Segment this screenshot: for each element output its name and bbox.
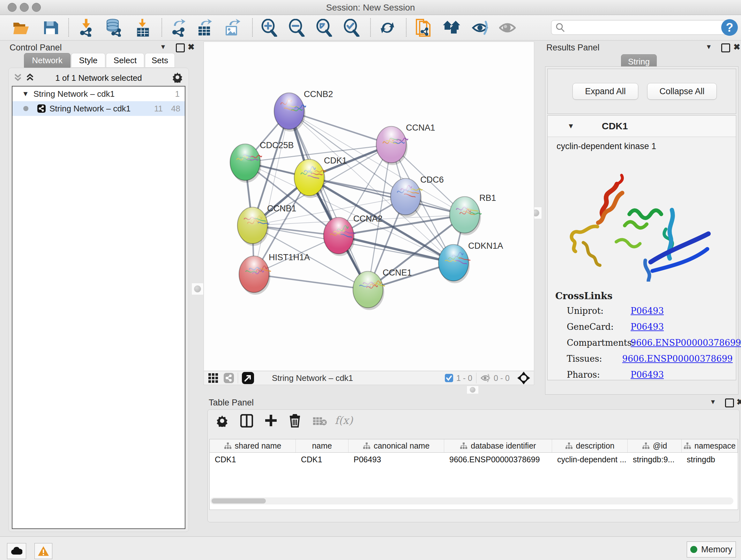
- table-panel-close-icon[interactable]: ✖: [737, 397, 741, 407]
- export-table-icon[interactable]: [196, 19, 214, 37]
- bottom-splitter-handle[interactable]: [467, 386, 479, 394]
- column-header[interactable]: shared name: [210, 439, 296, 453]
- column-header[interactable]: description: [552, 439, 628, 453]
- column-header[interactable]: database identifier: [444, 439, 552, 453]
- node-label-ccna1: CCNA1: [406, 123, 435, 132]
- tab-network[interactable]: Network: [24, 53, 71, 68]
- zoom-in-icon[interactable]: [260, 19, 278, 37]
- table-panel-menu-icon[interactable]: ▾: [711, 397, 715, 406]
- import-network-file-icon[interactable]: [77, 19, 95, 37]
- column-header[interactable]: namespace: [682, 439, 738, 453]
- search-input[interactable]: [551, 20, 732, 35]
- help-button[interactable]: ?: [721, 19, 738, 36]
- delete-table-icon[interactable]: [313, 417, 327, 426]
- import-table-icon[interactable]: [133, 19, 151, 37]
- gene-section-header[interactable]: ▼ CDK1: [548, 116, 736, 137]
- crosslink-link[interactable]: P06493: [630, 306, 664, 316]
- delete-column-trash-icon[interactable]: [289, 414, 301, 428]
- network-collection-row[interactable]: ▼ String Network – cdk1 1: [12, 86, 185, 101]
- table-panel-title: Table Panel: [209, 398, 254, 408]
- collapse-all-button[interactable]: Collapse All: [647, 83, 717, 100]
- table-panel-float-icon[interactable]: [725, 398, 734, 408]
- table-header-row: shared name name canonical name database…: [210, 439, 738, 453]
- network-view-canvas[interactable]: CCNB2CCNA1CDC25BCDK1CDC6RB1CCNB1CCNA2CDK…: [204, 42, 534, 371]
- column-header[interactable]: canonical name: [348, 439, 444, 453]
- memory-button[interactable]: Memory: [687, 542, 736, 557]
- results-button-row: Expand All Collapse All: [547, 69, 736, 114]
- export-network-icon[interactable]: [170, 19, 188, 37]
- network-node-ccna2[interactable]: [324, 217, 355, 256]
- import-network-database-icon[interactable]: [105, 19, 123, 37]
- control-panel-menu-icon[interactable]: ▾: [161, 42, 165, 51]
- table-horizontal-scrollbar[interactable]: [210, 497, 733, 504]
- apply-layout-icon[interactable]: [379, 19, 396, 37]
- network-node-cdkn1a[interactable]: [439, 245, 470, 283]
- network-node-ccnb1[interactable]: [238, 207, 269, 246]
- memory-label: Memory: [701, 545, 732, 555]
- left-splitter-handle[interactable]: [192, 283, 204, 295]
- tree-expand-icon[interactable]: ▼: [22, 90, 29, 98]
- open-session-icon[interactable]: [12, 19, 30, 37]
- crosslink-label: Compartments:: [567, 338, 630, 348]
- function-builder-icon[interactable]: f(x): [335, 414, 353, 427]
- network-node-cdk1[interactable]: [294, 159, 326, 198]
- expand-all-button[interactable]: Expand All: [572, 83, 638, 100]
- zoom-out-icon[interactable]: [288, 19, 306, 37]
- export-image-icon[interactable]: [223, 19, 241, 37]
- crosslink-link[interactable]: P06493: [630, 322, 664, 332]
- save-session-icon[interactable]: [42, 19, 59, 37]
- network-node-rb1[interactable]: [450, 197, 481, 235]
- edge-count: 48: [171, 104, 180, 114]
- crosslink-link[interactable]: 9606.ENSP00000378699: [622, 354, 733, 364]
- zoom-fit-icon[interactable]: [315, 19, 333, 37]
- show-columns-icon[interactable]: [240, 414, 253, 428]
- control-panel-title: Control Panel: [10, 43, 62, 53]
- network-node-hist1h1a[interactable]: [239, 256, 271, 295]
- control-panel-close-icon[interactable]: ✖: [188, 42, 195, 52]
- string-view-icon[interactable]: [224, 373, 234, 383]
- results-panel-menu-icon[interactable]: ▾: [707, 42, 711, 51]
- network-options-gear-icon[interactable]: [172, 72, 183, 83]
- tab-select[interactable]: Select: [106, 53, 144, 68]
- column-header[interactable]: @id: [628, 439, 682, 453]
- gene-symbol: CDK1: [602, 121, 628, 132]
- control-panel-float-icon[interactable]: [176, 44, 185, 52]
- hidden-eye-icon[interactable]: [480, 374, 490, 382]
- node-label-ccnb2: CCNB2: [304, 89, 333, 99]
- gene-collapse-icon[interactable]: ▼: [567, 122, 575, 130]
- gene-section: ▼ CDK1 cyclin-dependent kinase 1: [547, 115, 736, 380]
- string-home-icon[interactable]: [443, 19, 461, 37]
- node-label-ccna2: CCNA2: [353, 214, 383, 224]
- cloud-status-button[interactable]: [7, 543, 26, 559]
- tab-sets[interactable]: Sets: [145, 53, 175, 68]
- string-protein-query-icon[interactable]: [414, 19, 432, 37]
- show-graphics-details-icon[interactable]: [498, 19, 516, 37]
- network-node-ccna1[interactable]: [376, 126, 408, 165]
- scrollbar-thumb[interactable]: [212, 498, 266, 503]
- results-panel-float-icon[interactable]: [721, 44, 730, 52]
- birds-eye-view-icon[interactable]: [517, 372, 530, 384]
- network-node-cdc25b[interactable]: [230, 144, 262, 183]
- string-network-graph[interactable]: CCNB2CCNA1CDC25BCDK1CDC6RB1CCNB1CCNA2CDK…: [204, 42, 534, 371]
- selected-checkbox-icon[interactable]: [445, 374, 453, 382]
- results-panel-close-icon[interactable]: ✖: [733, 42, 740, 52]
- tab-style[interactable]: Style: [71, 53, 105, 68]
- network-node-cdc6[interactable]: [391, 179, 422, 217]
- network-node-ccnb2[interactable]: [274, 93, 306, 132]
- string-results-body: Expand All Collapse All ▼ CDK1 cyclin-de…: [545, 66, 738, 395]
- results-panel-title: Results Panel: [546, 43, 600, 53]
- hide-unselected-icon[interactable]: [472, 19, 489, 37]
- crosslink-link[interactable]: 9606.ENSP00000378699: [630, 338, 741, 348]
- zoom-selected-icon[interactable]: [343, 19, 360, 37]
- detach-view-icon[interactable]: [242, 372, 254, 384]
- grid-view-icon[interactable]: [208, 373, 218, 383]
- toolbar-separator: [370, 18, 371, 37]
- crosslink-link[interactable]: P06493: [630, 370, 664, 380]
- network-node-ccne1[interactable]: [353, 271, 385, 310]
- create-column-icon[interactable]: [265, 414, 277, 428]
- table-options-gear-icon[interactable]: [216, 415, 228, 427]
- network-row[interactable]: String Network – cdk1 11 48: [12, 101, 185, 116]
- column-header[interactable]: name: [296, 439, 348, 453]
- warning-status-button[interactable]: [35, 543, 52, 559]
- table-row[interactable]: CDK1 CDK1 P06493 9606.ENSP00000378699 cy…: [210, 453, 738, 466]
